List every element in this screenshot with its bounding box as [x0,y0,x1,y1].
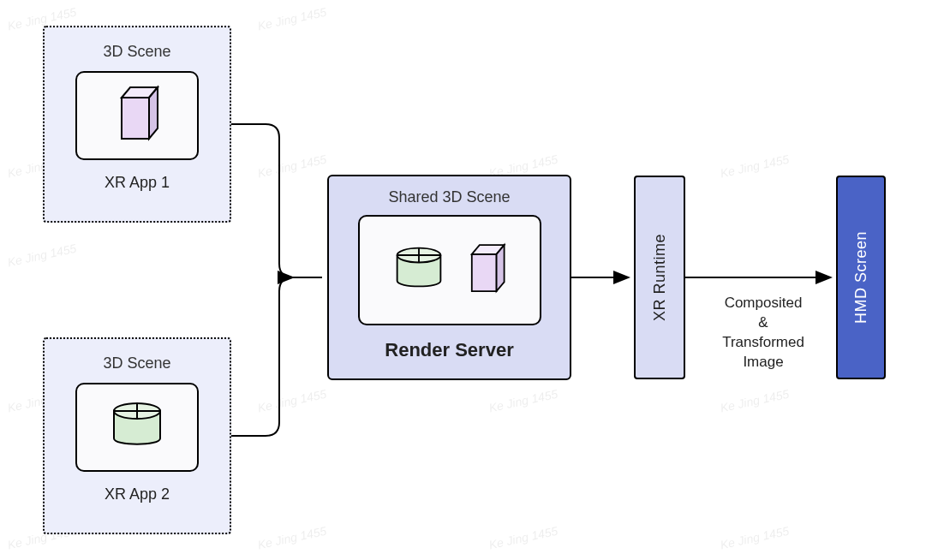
cylinder-icon [107,397,167,457]
xr-runtime-box: XR Runtime [634,176,685,379]
svg-marker-9 [471,253,496,290]
server-icon-frame [358,215,541,325]
watermark: Ke Jing 1455 [256,152,327,181]
render-server-box: Shared 3D Scene Render Server [327,175,571,380]
xr-app-2-scene-title: 3D Scene [45,354,230,372]
server-name: Render Server [329,339,570,361]
watermark: Ke Jing 1455 [487,387,559,415]
arrow-caption: Composited&TransformedImage [716,294,810,372]
watermark: Ke Jing 1455 [719,387,790,415]
hmd-screen-label: HMD Screen [852,231,870,324]
xr-app-1-scene-title: 3D Scene [45,43,230,61]
hmd-screen-box: HMD Screen [836,176,886,379]
xr-runtime-label: XR Runtime [651,234,669,321]
watermark: Ke Jing 1455 [487,524,559,552]
watermark: Ke Jing 1455 [256,524,327,552]
server-scene-title: Shared 3D Scene [329,188,570,206]
xr-app-1-name: XR App 1 [45,174,230,192]
edge-apps-to-server [231,124,322,436]
xr-app-2-icon-frame [75,383,199,472]
watermark: Ke Jing 1455 [719,524,790,552]
svg-marker-0 [122,98,149,139]
xr-app-2-box: 3D Scene XR App 2 [43,337,231,534]
cube-icon [463,241,509,300]
xr-app-2-name: XR App 2 [45,486,230,503]
svg-marker-11 [496,245,504,291]
watermark: Ke Jing 1455 [719,152,790,181]
svg-marker-2 [149,87,158,139]
cube-icon [111,84,163,147]
watermark: Ke Jing 1455 [256,5,327,33]
watermark: Ke Jing 1455 [6,241,77,270]
cylinder-icon [391,242,447,299]
xr-app-1-icon-frame [75,71,199,160]
xr-app-1-box: 3D Scene XR App 1 [43,26,231,223]
watermark: Ke Jing 1455 [256,387,327,415]
